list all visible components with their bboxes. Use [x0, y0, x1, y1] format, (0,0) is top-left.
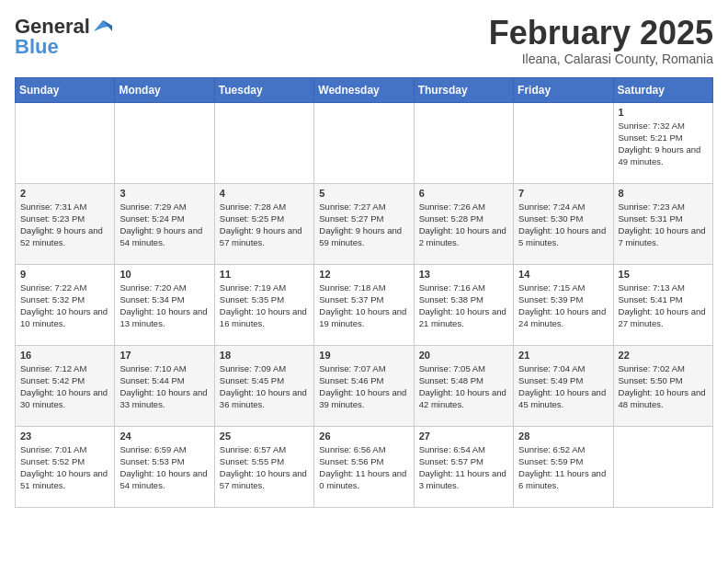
calendar-cell	[115, 102, 214, 183]
day-info: Sunrise: 7:16 AMSunset: 5:38 PMDaylight:…	[419, 282, 508, 330]
weekday-header-tuesday: Tuesday	[214, 77, 313, 102]
day-number: 1	[619, 107, 708, 118]
calendar-cell: 14Sunrise: 7:15 AMSunset: 5:39 PMDayligh…	[514, 264, 613, 345]
title-block: February 2025 Ileana, Calarasi County, R…	[489, 15, 713, 66]
calendar-cell	[214, 102, 313, 183]
day-number: 6	[419, 188, 508, 199]
calendar-cell: 10Sunrise: 7:20 AMSunset: 5:34 PMDayligh…	[115, 264, 214, 345]
calendar-cell: 3Sunrise: 7:29 AMSunset: 5:24 PMDaylight…	[115, 183, 214, 264]
calendar-cell: 4Sunrise: 7:28 AMSunset: 5:25 PMDaylight…	[214, 183, 313, 264]
day-info: Sunrise: 7:22 AMSunset: 5:32 PMDaylight:…	[20, 282, 109, 330]
calendar-cell	[613, 426, 712, 507]
day-number: 13	[419, 269, 508, 280]
calendar-cell: 2Sunrise: 7:31 AMSunset: 5:23 PMDaylight…	[16, 183, 115, 264]
day-info: Sunrise: 7:09 AMSunset: 5:45 PMDaylight:…	[220, 362, 309, 411]
calendar-cell: 1Sunrise: 7:32 AMSunset: 5:21 PMDaylight…	[613, 102, 712, 183]
day-number: 2	[20, 188, 109, 199]
calendar-cell: 15Sunrise: 7:13 AMSunset: 5:41 PMDayligh…	[613, 264, 712, 345]
day-number: 5	[319, 188, 408, 199]
day-number: 7	[518, 188, 608, 199]
day-number: 8	[619, 188, 708, 199]
day-info: Sunrise: 7:24 AMSunset: 5:30 PMDaylight:…	[518, 201, 608, 249]
day-info: Sunrise: 7:15 AMSunset: 5:39 PMDaylight:…	[518, 282, 608, 330]
calendar-week-4: 16Sunrise: 7:12 AMSunset: 5:42 PMDayligh…	[16, 345, 713, 426]
day-info: Sunrise: 7:31 AMSunset: 5:23 PMDaylight:…	[20, 201, 109, 249]
calendar-cell: 18Sunrise: 7:09 AMSunset: 5:45 PMDayligh…	[214, 345, 313, 426]
calendar-week-5: 23Sunrise: 7:01 AMSunset: 5:52 PMDayligh…	[16, 426, 713, 507]
calendar-cell: 27Sunrise: 6:54 AMSunset: 5:57 PMDayligh…	[414, 426, 513, 507]
weekday-header-row: SundayMondayTuesdayWednesdayThursdayFrid…	[16, 77, 713, 102]
weekday-header-friday: Friday	[514, 77, 613, 102]
day-info: Sunrise: 6:57 AMSunset: 5:55 PMDaylight:…	[220, 443, 309, 492]
day-number: 16	[20, 350, 109, 361]
day-number: 25	[220, 431, 309, 442]
weekday-header-saturday: Saturday	[613, 77, 712, 102]
day-number: 20	[419, 350, 508, 361]
day-number: 12	[319, 269, 408, 280]
calendar-cell: 5Sunrise: 7:27 AMSunset: 5:27 PMDaylight…	[314, 183, 414, 264]
day-info: Sunrise: 7:29 AMSunset: 5:24 PMDaylight:…	[119, 201, 209, 249]
weekday-header-thursday: Thursday	[414, 77, 513, 102]
day-info: Sunrise: 6:52 AMSunset: 5:59 PMDaylight:…	[518, 443, 608, 492]
day-number: 10	[119, 269, 209, 280]
calendar-cell: 6Sunrise: 7:26 AMSunset: 5:28 PMDaylight…	[414, 183, 513, 264]
day-number: 14	[518, 269, 608, 280]
day-number: 23	[20, 431, 109, 442]
calendar-cell: 25Sunrise: 6:57 AMSunset: 5:55 PMDayligh…	[214, 426, 313, 507]
day-info: Sunrise: 7:02 AMSunset: 5:50 PMDaylight:…	[619, 362, 708, 411]
day-info: Sunrise: 7:19 AMSunset: 5:35 PMDaylight:…	[220, 282, 309, 330]
day-info: Sunrise: 6:56 AMSunset: 5:56 PMDaylight:…	[319, 443, 408, 492]
month-title: February 2025	[489, 15, 713, 52]
day-info: Sunrise: 7:18 AMSunset: 5:37 PMDaylight:…	[319, 282, 408, 330]
day-number: 26	[319, 431, 408, 442]
calendar-cell: 26Sunrise: 6:56 AMSunset: 5:56 PMDayligh…	[314, 426, 414, 507]
weekday-header-wednesday: Wednesday	[314, 77, 414, 102]
day-info: Sunrise: 7:27 AMSunset: 5:27 PMDaylight:…	[319, 201, 408, 249]
calendar-cell	[414, 102, 513, 183]
day-number: 18	[220, 350, 309, 361]
day-info: Sunrise: 7:07 AMSunset: 5:46 PMDaylight:…	[319, 362, 408, 411]
calendar-cell	[314, 102, 414, 183]
logo-bird-icon	[92, 18, 112, 35]
calendar-cell: 8Sunrise: 7:23 AMSunset: 5:31 PMDaylight…	[613, 183, 712, 264]
day-number: 21	[518, 350, 608, 361]
day-number: 22	[619, 350, 708, 361]
day-info: Sunrise: 6:59 AMSunset: 5:53 PMDaylight:…	[119, 443, 209, 492]
calendar-cell: 13Sunrise: 7:16 AMSunset: 5:38 PMDayligh…	[414, 264, 513, 345]
calendar-cell: 9Sunrise: 7:22 AMSunset: 5:32 PMDaylight…	[16, 264, 115, 345]
calendar-cell: 23Sunrise: 7:01 AMSunset: 5:52 PMDayligh…	[16, 426, 115, 507]
day-number: 3	[119, 188, 209, 199]
day-number: 15	[619, 269, 708, 280]
day-info: Sunrise: 6:54 AMSunset: 5:57 PMDaylight:…	[419, 443, 508, 492]
calendar-cell: 24Sunrise: 6:59 AMSunset: 5:53 PMDayligh…	[115, 426, 214, 507]
calendar-table: SundayMondayTuesdayWednesdayThursdayFrid…	[15, 77, 713, 508]
weekday-header-monday: Monday	[115, 77, 214, 102]
calendar-week-1: 1Sunrise: 7:32 AMSunset: 5:21 PMDaylight…	[16, 102, 713, 183]
day-info: Sunrise: 7:12 AMSunset: 5:42 PMDaylight:…	[20, 362, 109, 411]
page-header: General Blue February 2025 Ileana, Calar…	[15, 15, 713, 66]
day-info: Sunrise: 7:23 AMSunset: 5:31 PMDaylight:…	[619, 201, 708, 249]
logo-blue: Blue	[15, 35, 59, 59]
calendar-cell: 7Sunrise: 7:24 AMSunset: 5:30 PMDaylight…	[514, 183, 613, 264]
calendar-cell: 11Sunrise: 7:19 AMSunset: 5:35 PMDayligh…	[214, 264, 313, 345]
calendar-cell: 17Sunrise: 7:10 AMSunset: 5:44 PMDayligh…	[115, 345, 214, 426]
day-number: 19	[319, 350, 408, 361]
calendar-week-2: 2Sunrise: 7:31 AMSunset: 5:23 PMDaylight…	[16, 183, 713, 264]
day-number: 24	[119, 431, 209, 442]
calendar-cell: 12Sunrise: 7:18 AMSunset: 5:37 PMDayligh…	[314, 264, 414, 345]
calendar-cell: 19Sunrise: 7:07 AMSunset: 5:46 PMDayligh…	[314, 345, 414, 426]
day-number: 27	[419, 431, 508, 442]
day-info: Sunrise: 7:05 AMSunset: 5:48 PMDaylight:…	[419, 362, 508, 411]
day-info: Sunrise: 7:20 AMSunset: 5:34 PMDaylight:…	[119, 282, 209, 330]
day-info: Sunrise: 7:10 AMSunset: 5:44 PMDaylight:…	[119, 362, 209, 411]
calendar-cell: 16Sunrise: 7:12 AMSunset: 5:42 PMDayligh…	[16, 345, 115, 426]
day-number: 9	[20, 269, 109, 280]
day-number: 28	[518, 431, 608, 442]
day-number: 17	[119, 350, 209, 361]
weekday-header-sunday: Sunday	[16, 77, 115, 102]
calendar-cell	[16, 102, 115, 183]
calendar-cell: 28Sunrise: 6:52 AMSunset: 5:59 PMDayligh…	[514, 426, 613, 507]
calendar-cell: 21Sunrise: 7:04 AMSunset: 5:49 PMDayligh…	[514, 345, 613, 426]
day-number: 4	[220, 188, 309, 199]
calendar-cell	[514, 102, 613, 183]
